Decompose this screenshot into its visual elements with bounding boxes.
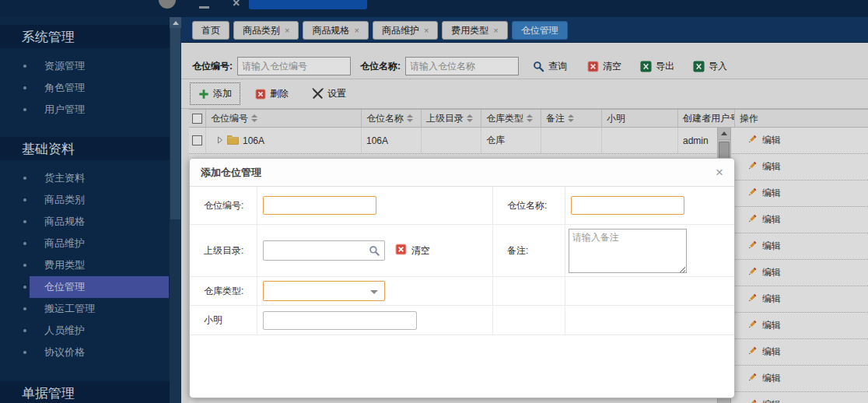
dialog-row-3: 仓库类型: (190, 277, 734, 306)
dialog-header[interactable]: 添加仓位管理 × (190, 159, 734, 187)
dialog-title: 添加仓位管理 (201, 166, 261, 180)
clear-icon (395, 244, 407, 258)
dialog-remark-label: 备注: (507, 244, 528, 258)
dialog-row-2: 上级目录: 清空 备注: (190, 225, 734, 277)
dialog-row-4: 小明 (190, 306, 734, 335)
dialog-name-input[interactable] (571, 196, 684, 215)
dialog-row-1: 仓位编号: 仓位名称: (190, 187, 734, 225)
dialog-xiaoming-label: 小明 (204, 314, 222, 327)
dialog-name-label: 仓位名称: (507, 199, 547, 212)
dialog-remark-textarea[interactable] (569, 229, 687, 273)
dialog-code-label: 仓位编号: (204, 199, 243, 212)
chevron-down-icon[interactable] (370, 290, 378, 294)
dialog-code-input[interactable] (263, 196, 376, 215)
dialog-parent-label: 上级目录: (204, 244, 243, 258)
dialog-parent-input[interactable] (264, 241, 365, 260)
dialog-type-label: 仓库类型: (204, 285, 243, 298)
dialog-xiaoming-input[interactable] (263, 311, 417, 330)
dialog-type-combobox[interactable] (263, 281, 385, 301)
search-icon (369, 245, 380, 257)
dialog-clear-button[interactable]: 清空 (395, 244, 430, 258)
resize-grip-icon[interactable] (679, 267, 685, 273)
parent-search-field[interactable] (263, 240, 385, 261)
app-screen: × 系统管理 资源管理 角色管理 用户管理 基础资料 货主资料 商品类别 商品规… (0, 0, 868, 403)
close-dialog-icon[interactable]: × (716, 165, 723, 180)
add-position-dialog: 添加仓位管理 × 仓位编号: 仓位名称: 上级目录: 清空 备注: (189, 158, 735, 398)
